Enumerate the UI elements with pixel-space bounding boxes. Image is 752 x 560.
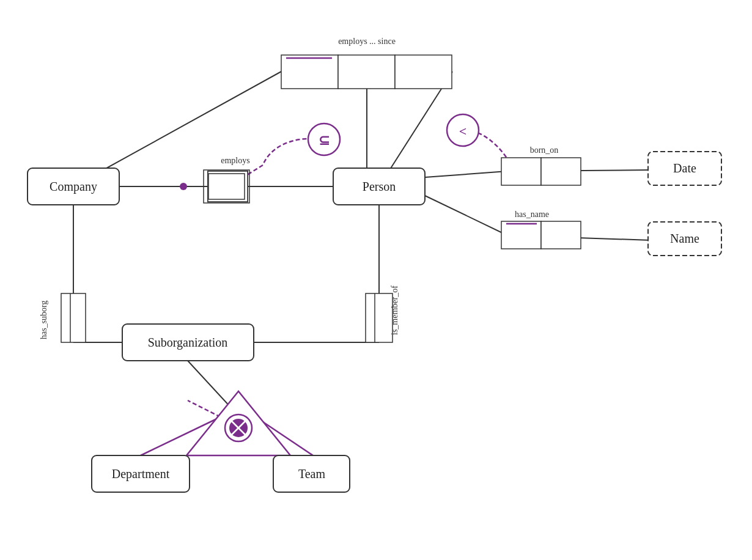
less-symbol: < [459, 123, 467, 139]
person-label: Person [363, 180, 396, 193]
attr-employs-since-1 [281, 55, 338, 89]
connector-ismember [366, 293, 393, 342]
attr-hasname-2 [541, 221, 581, 249]
employs-since-label: employs ... since [338, 37, 396, 46]
line-person-born [425, 171, 507, 177]
has-name-label: has_name [515, 210, 549, 219]
born-on-label: born_on [530, 146, 559, 155]
is-member-of-label: is_member_of [390, 286, 399, 335]
attr-employs-since-3 [395, 55, 452, 89]
suborganization-label: Suborganization [148, 336, 228, 350]
name-label: Name [670, 232, 699, 245]
date-label: Date [673, 161, 696, 175]
line-person-hasname [425, 196, 507, 235]
attr-born-1 [501, 158, 541, 185]
attr-employs-inner2 [208, 174, 245, 199]
employs-label: employs [221, 156, 249, 165]
has-suborg-label: has_suborg [39, 300, 48, 339]
attr-employs-since-2 [338, 55, 395, 89]
company-label: Company [50, 180, 97, 194]
connector-has-suborg [61, 293, 86, 342]
dot-company-employs [180, 183, 187, 190]
attr-hasname-1 [501, 221, 541, 249]
attr-born-2 [541, 158, 581, 185]
u-symbol: ⊆ [319, 133, 330, 148]
department-label: Department [112, 467, 170, 481]
team-label: Team [298, 467, 326, 481]
